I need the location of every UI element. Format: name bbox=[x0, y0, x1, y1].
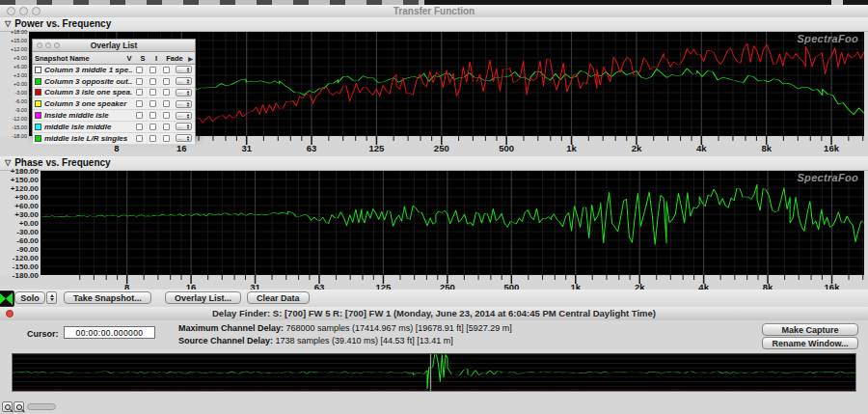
overlay-list-panel[interactable]: Overlay List Snapshot Name V S I Fade ▶ … bbox=[32, 39, 196, 136]
y-axis-label: +18.00 bbox=[11, 29, 27, 35]
cursor-input[interactable] bbox=[64, 326, 155, 339]
checkbox-visible[interactable] bbox=[136, 135, 143, 142]
y-axis-label: -15.00 bbox=[12, 124, 27, 130]
fade-dropdown[interactable]: ...▲▼ bbox=[176, 77, 192, 85]
y-axis-label: +60.00 bbox=[14, 201, 39, 209]
overlay-row[interactable]: Column 3 opposite out......▲▼ bbox=[33, 76, 195, 88]
freq-tick-label: 4k bbox=[696, 143, 707, 153]
source-delay-line: Source Channel Delay: 1738 samples (39.4… bbox=[178, 336, 453, 345]
rename-window-button[interactable]: Rename Window... bbox=[762, 337, 858, 349]
delay-waveform[interactable] bbox=[12, 353, 856, 392]
transfer-function-toolbar: Solo Take Snapshot... Overlay List... Cl… bbox=[0, 290, 868, 308]
stepper-arrows-icon: ▲▼ bbox=[186, 90, 190, 96]
freq-tick-label: 1k bbox=[566, 143, 577, 153]
overlay-row[interactable]: Column 3 middle 1 spe......▲▼ bbox=[33, 65, 195, 76]
solo-button[interactable]: Solo bbox=[14, 291, 45, 304]
y-axis-label: +90.00 bbox=[14, 193, 39, 202]
snapshot-name: Column 3 opposite out... bbox=[44, 77, 132, 86]
phase-section-header[interactable]: ▽Phase vs. Frequency bbox=[0, 156, 868, 171]
checkbox-visible[interactable] bbox=[136, 124, 143, 130]
checkbox-solo[interactable] bbox=[149, 67, 156, 73]
checkbox-visible[interactable] bbox=[136, 112, 143, 119]
phase-plot bbox=[41, 171, 864, 275]
overlay-row[interactable]: middle isle middle...▲▼ bbox=[33, 122, 195, 133]
fade-dropdown[interactable]: ...▲▼ bbox=[176, 100, 192, 108]
freq-tick-label: 31 bbox=[241, 143, 252, 153]
y-axis-label: +30.00 bbox=[14, 210, 39, 219]
snapshot-color-swatch bbox=[35, 67, 41, 73]
overlay-row[interactable]: Column 3 one speaker...▲▼ bbox=[33, 98, 195, 110]
cursor-label: Cursor: bbox=[27, 329, 59, 339]
stepper-arrows-icon: ▲▼ bbox=[186, 135, 190, 141]
snapshot-color-swatch bbox=[35, 89, 41, 96]
overlay-row[interactable]: Column 3 isle one spea......▲▼ bbox=[33, 88, 195, 99]
zoom-button[interactable] bbox=[54, 42, 60, 48]
checkbox-solo[interactable] bbox=[149, 89, 156, 96]
minimize-button[interactable] bbox=[45, 42, 51, 48]
fade-dropdown[interactable]: ...▲▼ bbox=[176, 134, 192, 142]
y-axis-label: -30.00 bbox=[16, 228, 39, 236]
checkbox-solo[interactable] bbox=[149, 78, 156, 85]
overlay-panel-titlebar[interactable]: Overlay List bbox=[33, 40, 195, 52]
overlay-row[interactable]: Inside middle isle...▲▼ bbox=[33, 110, 195, 122]
snapshot-stepper[interactable] bbox=[46, 291, 57, 304]
zoom-in-button[interactable] bbox=[14, 401, 24, 412]
y-axis-label: +6.00 bbox=[14, 64, 27, 69]
delay-finder-bottom-bar bbox=[0, 394, 868, 414]
snapshot-name: middle isle middle bbox=[44, 123, 132, 131]
snapshot-name-cell: Column 3 isle one spea... bbox=[33, 88, 132, 97]
checkbox-invert[interactable] bbox=[163, 100, 170, 107]
delay-waveform-area bbox=[0, 351, 868, 394]
fade-dropdown[interactable]: ...▲▼ bbox=[176, 123, 192, 130]
phase-chart[interactable]: SpectraFoo bbox=[41, 171, 864, 275]
max-delay-value: 768000 samples (17414.967 ms) [19678.91 … bbox=[286, 323, 512, 333]
checkbox-invert[interactable] bbox=[163, 67, 170, 73]
fade-value: ... bbox=[177, 100, 182, 107]
y-axis-label: -12.00 bbox=[12, 116, 27, 122]
source-delay-value: 1738 samples (39.410 ms) [44.53 ft] [13.… bbox=[276, 336, 453, 345]
snapshot-name-cell: middle isle middle bbox=[33, 123, 132, 131]
fade-dropdown[interactable]: ...▲▼ bbox=[176, 66, 192, 73]
spectrafoo-app: Transfer Function ▽Power vs. Frequency +… bbox=[0, 0, 868, 414]
make-capture-button[interactable]: Make Capture bbox=[762, 323, 858, 336]
waveform-scroll-slider[interactable] bbox=[27, 403, 56, 410]
overlay-row[interactable]: middle isle L/R singles...▲▼ bbox=[33, 133, 195, 145]
snapshot-name: Inside middle isle bbox=[44, 111, 132, 120]
fade-dropdown[interactable]: ...▲▼ bbox=[176, 89, 192, 97]
checkbox-visible[interactable] bbox=[136, 67, 143, 73]
checkbox-visible[interactable] bbox=[136, 78, 143, 85]
snapshot-name-cell: Column 3 middle 1 spe... bbox=[33, 66, 132, 74]
overlay-list-button[interactable]: Overlay List... bbox=[165, 291, 241, 304]
checkbox-visible[interactable] bbox=[136, 100, 143, 107]
checkbox-invert[interactable] bbox=[163, 78, 170, 85]
delay-finder-title: Delay Finder: S: [700] FW 5 R: [700] FW … bbox=[0, 307, 868, 320]
snapshot-name: middle isle L/R singles bbox=[44, 134, 132, 143]
fade-dropdown[interactable]: ...▲▼ bbox=[176, 112, 192, 120]
checkbox-solo[interactable] bbox=[149, 112, 156, 119]
checkbox-visible[interactable] bbox=[136, 89, 143, 96]
checkbox-solo[interactable] bbox=[149, 100, 156, 107]
zoom-out-button[interactable] bbox=[2, 401, 13, 412]
checkbox-invert[interactable] bbox=[163, 124, 170, 130]
impulse-plot bbox=[13, 354, 855, 391]
snapshot-color-swatch bbox=[35, 100, 41, 107]
take-snapshot-button[interactable]: Take Snapshot... bbox=[64, 291, 151, 304]
snapshot-color-swatch bbox=[35, 135, 41, 142]
checkbox-invert[interactable] bbox=[163, 135, 170, 142]
source-delay-label: Source Channel Delay: bbox=[178, 336, 273, 345]
delay-finder-titlebar[interactable]: Delay Finder: S: [700] FW 5 R: [700] FW … bbox=[0, 307, 868, 321]
stepper-arrows-icon: ▲▼ bbox=[186, 67, 190, 72]
checkbox-invert[interactable] bbox=[163, 89, 170, 96]
snapshot-name-cell: Column 3 one speaker bbox=[33, 99, 132, 108]
transfer-function-titlebar[interactable]: Transfer Function bbox=[0, 5, 868, 18]
expand-arrow-icon[interactable]: ▶ bbox=[186, 55, 195, 62]
analyzer-power-icon[interactable] bbox=[0, 290, 14, 307]
checkbox-solo[interactable] bbox=[149, 124, 156, 130]
checkbox-invert[interactable] bbox=[163, 112, 170, 119]
freq-tick-label: 500 bbox=[499, 143, 514, 153]
phase-y-axis: +180.00+150.00+120.00+90.00+60.00+30.00+… bbox=[0, 171, 41, 275]
power-section-header[interactable]: ▽Power vs. Frequency bbox=[0, 17, 868, 32]
clear-data-button[interactable]: Clear Data bbox=[247, 291, 310, 304]
close-button[interactable] bbox=[37, 42, 42, 48]
checkbox-solo[interactable] bbox=[149, 135, 156, 142]
